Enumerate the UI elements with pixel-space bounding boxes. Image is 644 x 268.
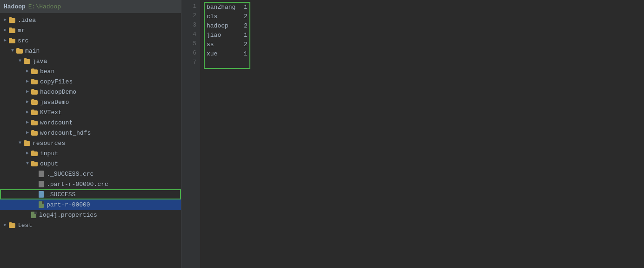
tree-item-label: part-r-00000 — [47, 201, 90, 208]
tree-item-mr[interactable]: mr — [0, 25, 181, 35]
file-crc-icon — [38, 181, 45, 187]
file-success-icon — [38, 191, 45, 198]
tree-item-label: wordcount_hdfs — [40, 130, 91, 137]
tree-item-main[interactable]: main — [0, 46, 181, 56]
line-number-3: 3 — [181, 21, 196, 30]
tree-item-label: ouput — [40, 160, 58, 167]
tree-item-label: main — [25, 48, 40, 55]
tree-item-test[interactable]: test — [0, 220, 181, 230]
folder-icon — [31, 79, 38, 84]
tree-item-label: input — [40, 150, 58, 157]
code-val: 1 — [244, 3, 248, 12]
tree-item-input[interactable]: input — [0, 148, 181, 158]
code-val: 1 — [244, 31, 248, 40]
tree-item-part-r-00000[interactable]: part-r-00000 — [0, 199, 181, 210]
tree-item-wordcount_hdfs[interactable]: wordcount_hdfs — [0, 128, 181, 138]
arrow-closed-icon — [2, 222, 8, 228]
folder-icon — [31, 120, 38, 125]
folder-icon — [31, 69, 38, 74]
code-val: 2 — [244, 12, 248, 21]
arrow-leaf-icon — [32, 181, 38, 187]
tree-item-ouput[interactable]: ouput — [0, 158, 181, 169]
folder-icon — [31, 151, 38, 156]
code-box: banZhang1cls2hadoop2jiao1ss2xue1 — [204, 2, 250, 69]
tree-item-copyFiles[interactable]: copyFiles — [0, 76, 181, 87]
tree-item-javaDemo[interactable]: javaDemo — [0, 97, 181, 107]
arrow-closed-icon — [24, 109, 31, 116]
file-generic-icon — [38, 201, 45, 208]
tree-item-idea[interactable]: .idea — [0, 15, 181, 25]
tree-item-label: bean — [40, 68, 54, 75]
code-key: banZhang — [207, 3, 244, 12]
file-crc-icon — [38, 171, 45, 177]
arrow-closed-icon — [2, 37, 8, 44]
arrow-closed-icon — [24, 150, 31, 157]
line-number-7: 7 — [181, 58, 196, 67]
code-key: hadoop — [207, 21, 244, 31]
folder-icon — [31, 110, 38, 115]
tree-item-_SUCCESS[interactable]: _SUCCESS — [0, 189, 181, 199]
code-line-4: jiao1 — [207, 31, 248, 40]
code-line-1: banZhang1 — [207, 3, 248, 12]
editor-area: 1234567 banZhang1cls2hadoop2jiao1ss2xue1 — [181, 0, 644, 268]
code-key: xue — [207, 49, 244, 59]
folder-icon — [16, 48, 23, 54]
tree-item-java[interactable]: java — [0, 56, 181, 66]
code-val: 2 — [244, 40, 248, 49]
line-number-6: 6 — [181, 48, 196, 58]
folder-icon — [8, 27, 16, 33]
arrow-leaf-icon — [32, 201, 38, 208]
tree-item-bean[interactable]: bean — [0, 66, 181, 76]
main-content: 1234567 banZhang1cls2hadoop2jiao1ss2xue1 — [181, 0, 644, 268]
tree-item-label: KVText — [40, 109, 62, 116]
code-line-6: xue1 — [207, 49, 248, 59]
file-tree: .ideamrsrcmainjavabeancopyFileshadoopDem… — [0, 13, 181, 268]
line-number-5: 5 — [181, 39, 196, 48]
folder-icon — [8, 17, 16, 23]
folder-icon — [31, 130, 38, 136]
arrow-closed-icon — [24, 68, 31, 75]
tree-item-part-r-00000.crc[interactable]: .part-r-00000.crc — [0, 179, 181, 189]
arrow-leaf-icon — [32, 191, 38, 198]
tree-item-log4j.properties[interactable]: log4j.properties — [0, 210, 181, 220]
tree-item-label: resources — [33, 140, 65, 147]
tree-item-label: .idea — [18, 17, 36, 24]
arrow-open-icon — [17, 140, 23, 146]
tree-item-label: test — [18, 222, 32, 229]
arrow-closed-icon — [2, 27, 8, 34]
arrow-closed-icon — [24, 78, 31, 85]
sidebar-header: Hadoop E:\Hadoop — [0, 0, 181, 13]
line-numbers: 1234567 — [181, 0, 200, 268]
folder-icon — [8, 38, 16, 43]
code-key: cls — [207, 12, 244, 21]
app-title: Hadoop — [4, 3, 26, 10]
sidebar: Hadoop E:\Hadoop .ideamrsrcmainjavabeanc… — [0, 0, 181, 268]
folder-icon — [31, 161, 38, 166]
code-key: jiao — [207, 31, 244, 40]
line-number-4: 4 — [181, 30, 196, 39]
tree-item-_SUCCESS.crc[interactable]: ._SUCCESS.crc — [0, 169, 181, 179]
arrow-closed-icon — [24, 89, 31, 95]
tree-item-hadoopDemo[interactable]: hadoopDemo — [0, 87, 181, 97]
code-line-3: hadoop2 — [207, 21, 248, 31]
code-val: 2 — [244, 21, 248, 31]
tree-item-resources[interactable]: resources — [0, 138, 181, 148]
code-line-2: cls2 — [207, 12, 248, 21]
tree-item-label: src — [18, 37, 28, 44]
arrow-closed-icon — [24, 119, 31, 126]
arrow-open-icon — [9, 48, 16, 54]
tree-item-label: wordcount — [40, 119, 73, 126]
tree-item-label: hadoopDemo — [40, 89, 76, 96]
code-key: ss — [207, 40, 244, 49]
tree-item-src[interactable]: src — [0, 35, 181, 46]
folder-icon — [31, 89, 38, 95]
code-line-5: ss2 — [207, 40, 248, 49]
line-number-2: 2 — [181, 11, 196, 21]
arrow-leaf-icon — [32, 171, 38, 177]
folder-icon — [8, 222, 16, 228]
tree-item-label: javaDemo — [40, 99, 69, 106]
tree-item-wordcount[interactable]: wordcount — [0, 117, 181, 128]
tree-item-KVText[interactable]: KVText — [0, 107, 181, 117]
arrow-open-icon — [24, 160, 31, 167]
tree-item-label: _SUCCESS — [47, 191, 75, 198]
